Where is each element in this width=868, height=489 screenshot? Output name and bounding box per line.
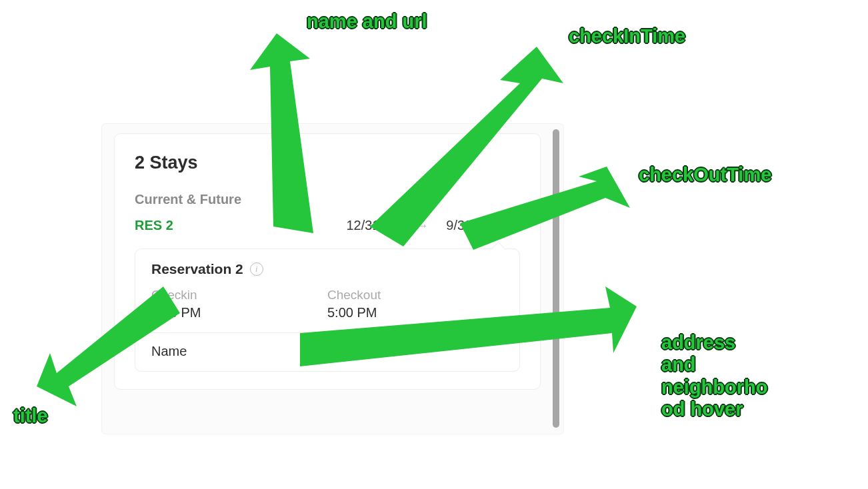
svg-marker-0 [250,33,313,233]
annotation-checkintime: checkInTime [569,25,685,47]
annotation-name-url: name and url [307,11,427,33]
annotation-arrow [300,286,653,373]
svg-marker-3 [300,286,637,366]
info-icon[interactable]: i [250,262,263,276]
detail-title: Reservation 2 [151,261,243,277]
annotation-title: title [13,405,48,427]
annotation-address-hover: address and neighborho od hover [661,332,767,420]
svg-marker-2 [460,167,630,250]
annotation-checkouttime: checkOutTime [639,164,771,186]
annotation-arrow [460,167,633,253]
annotation-arrow [173,33,327,253]
svg-marker-4 [37,286,180,406]
annotation-arrow [37,286,183,406]
